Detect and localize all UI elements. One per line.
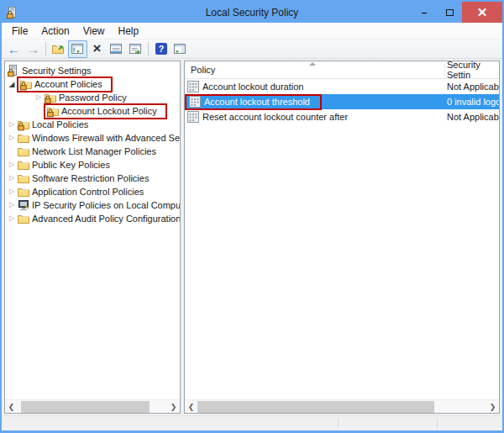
policy-name: Account lockout duration [202,82,303,92]
column-header-policy[interactable]: Policy [185,65,447,75]
folder-up-icon [51,42,66,55]
console-tree-icon [71,42,85,55]
expander-icon[interactable] [7,131,17,145]
show-action-pane-button[interactable] [171,40,190,58]
tree-item-advanced-audit-policy-configuration[interactable]: Advanced Audit Policy Configuration [5,212,180,225]
up-one-level-button[interactable] [49,40,68,58]
tree-item-windows-firewall-with-advanced-secu[interactable]: Windows Firewall with Advanced Secu [5,131,180,145]
forward-button[interactable]: → [24,40,43,58]
expander-icon[interactable] [7,158,17,172]
list-header: Policy Security Settin [185,61,499,79]
policy-list-pane: Policy Security Settin Account lockout d… [184,61,500,414]
locked-folder-icon [17,118,30,131]
policy-name: Reset account lockout counter after [202,112,348,122]
annotation-box: Account Policies [17,77,113,92]
scrollbar-thumb[interactable] [21,401,150,413]
ipsec-computer-icon [17,198,30,212]
maximize-button[interactable] [437,2,462,23]
scroll-left-icon[interactable]: ❮ [185,400,197,414]
annotation-box: Account Lockout Policy [44,103,167,119]
column-header-security-setting[interactable]: Security Settin [447,60,499,80]
tree-item-software-restriction-policies[interactable]: Software Restriction Policies [5,172,180,185]
svg-text:?: ? [158,44,163,54]
expander-icon[interactable] [7,212,17,225]
tree-item-account-policies[interactable]: Account Policies [5,77,180,91]
back-arrow-icon: ← [7,42,21,55]
status-separator [338,418,339,429]
delete-button[interactable]: × [87,40,107,58]
policy-row-account-lockout-threshold[interactable]: Account lockout threshold 0 invalid logo… [185,94,499,109]
tree-item-label: Windows Firewall with Advanced Secu [32,133,180,143]
maximize-icon [446,9,454,16]
title-bar: Local Security Policy – ✕ [2,2,502,23]
tree-item-label: Account Lockout Policy [61,106,157,116]
scrollbar-track[interactable] [18,400,167,414]
scrollbar-thumb[interactable] [197,401,434,413]
minimize-button[interactable]: – [412,2,437,23]
close-icon: ✕ [477,5,488,20]
toolbar: ←→×? [2,40,502,59]
scrollbar-track[interactable] [197,400,486,414]
help-icon: ? [154,42,168,55]
window-controls: – ✕ [412,2,502,23]
expander-icon[interactable] [7,77,17,92]
show-console-tree-button[interactable] [68,40,87,58]
toolbar-separator [148,42,149,55]
tree-item-label: Account Policies [34,79,102,89]
locked-folder-icon [46,104,60,118]
local-security-policy-window: Local Security Policy – ✕ FileActionView… [0,0,504,433]
tree-horizontal-scrollbar[interactable]: ❮ ❯ [5,399,180,413]
scroll-left-icon[interactable]: ❮ [5,400,18,414]
locked-folder-icon [19,77,33,91]
tree-item-label: Advanced Audit Policy Configuration [32,214,180,224]
toolbar-separator [45,42,46,55]
tree-item-label: Software Restriction Policies [32,173,149,183]
menu-view[interactable]: View [76,23,112,39]
expander-icon[interactable] [7,198,17,212]
tree-item-label: Network List Manager Policies [32,146,156,156]
folder-icon [17,145,30,158]
tree-item-label: Public Key Policies [32,160,110,170]
menu-file[interactable]: File [5,23,34,39]
menu-action[interactable]: Action [34,23,76,39]
column-divider[interactable] [444,63,445,77]
tree-item-public-key-policies[interactable]: Public Key Policies [5,158,180,172]
policy-row-reset-account-lockout-counter-after[interactable]: Reset account lockout counter after Not … [185,109,499,124]
sort-ascending-icon [309,62,316,66]
forward-arrow-icon: → [26,42,40,55]
expander-icon[interactable] [34,91,44,104]
action-pane-icon [173,42,187,55]
policy-setting-value: Not Applicable [447,82,499,92]
scroll-right-icon[interactable]: ❯ [486,400,499,414]
minimize-icon: – [422,7,428,18]
tree-item-network-list-manager-policies[interactable]: Network List Manager Policies [5,145,180,158]
tree-item-local-policies[interactable]: Local Policies [5,118,180,131]
menu-bar: FileActionViewHelp [2,23,502,40]
tree-item-account-lockout-policy[interactable]: Account Lockout Policy [5,104,180,118]
expander-icon[interactable] [7,185,17,198]
policy-row-account-lockout-duration[interactable]: Account lockout duration Not Applicable [185,79,499,94]
list-horizontal-scrollbar[interactable]: ❮ ❯ [185,399,499,413]
close-button[interactable]: ✕ [462,2,502,23]
expander-icon[interactable] [7,118,17,131]
scroll-right-icon[interactable]: ❯ [167,400,180,414]
policy-name: Account lockout threshold [204,97,310,107]
back-button[interactable]: ← [4,40,24,58]
policy-list: Account lockout duration Not Applicable … [185,79,499,399]
export-list-button[interactable] [126,40,145,58]
policy-setting-value: Not Applicable [447,112,499,122]
help-button[interactable]: ? [151,40,171,58]
policy-setting-value: 0 invalid logon [447,97,499,107]
tree-item-application-control-policies[interactable]: Application Control Policies [5,185,180,198]
menu-help[interactable]: Help [112,23,146,39]
policy-doc-icon [187,111,199,123]
folder-icon [17,158,30,172]
tree-item-label: Local Policies [32,119,88,129]
tree-item-label: Security Settings [22,66,92,76]
console-tree-pane: Security Settings Account Policies Passw… [4,61,181,414]
properties-button[interactable] [107,40,126,58]
folder-icon [17,172,30,185]
expander-icon[interactable] [7,172,17,185]
tree-item-ip-security-policies-on-local-compute[interactable]: IP Security Policies on Local Compute [5,198,180,212]
tree-item-label: IP Security Policies on Local Compute [32,200,180,210]
